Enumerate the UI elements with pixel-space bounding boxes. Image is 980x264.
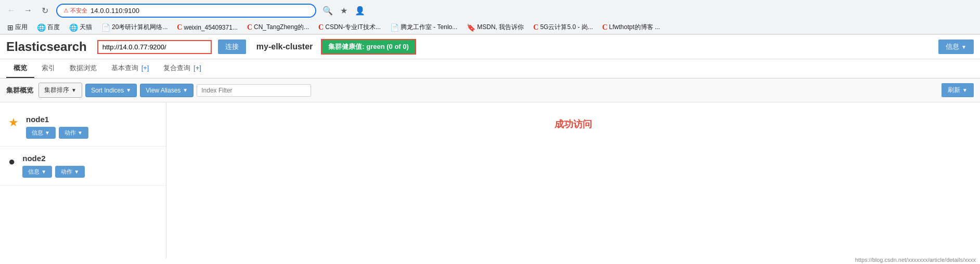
bookmark-5g[interactable]: C 5G云计算5.0 - 岗... (530, 22, 596, 33)
nav-buttons: ← → ↻ (4, 3, 52, 18)
bookmark-20kaoyan[interactable]: 📄 20考研计算机网络... (98, 22, 171, 33)
back-button[interactable]: ← (4, 3, 19, 18)
browser-chrome: ← → ↻ ⚠ 不安全 🔍 ★ 👤 ⊞ 应用 🌐 百度 🌐 天猫 📄 20考 (0, 0, 980, 35)
app-title: Elasticsearch (6, 39, 87, 54)
bookmark-tangzheng-label: CN_TangZheng的... (254, 23, 309, 32)
status-url: https://blog.csdn.net/xxxxxxx/article/de… (855, 257, 976, 258)
tab-compound-query-label: 复合查询 (163, 64, 190, 72)
tab-overview-label: 概览 (14, 64, 27, 72)
node1-info-button[interactable]: 信息 ▼ (26, 127, 56, 139)
connect-button[interactable]: 连接 (218, 39, 246, 54)
section-label: 集群概览 (6, 86, 33, 95)
cluster-sort-button[interactable]: 集群排序 ▼ (38, 83, 82, 98)
lfwthotpt-icon: C (602, 23, 608, 32)
bookmark-baidu-label: 百度 (47, 23, 60, 32)
bookmark-tenglong[interactable]: 📄 腾龙工作室 - Tenlo... (387, 22, 460, 33)
5g-icon: C (533, 23, 538, 32)
account-icon[interactable]: 👤 (353, 4, 367, 18)
tab-index[interactable]: 索引 (34, 59, 62, 78)
node2-info: node2 信息 ▼ 动作 ▼ (22, 154, 158, 178)
bookmark-tangzheng[interactable]: C CN_TangZheng的... (244, 22, 312, 33)
node1-star-icon: ★ (8, 116, 19, 129)
bookmark-lfwthotpt-label: Lfwthotpt的博客 ... (609, 23, 660, 32)
refresh-button[interactable]: 刷新 ▼ (942, 83, 974, 97)
tab-basic-query[interactable]: 基本查询 [+] (104, 59, 156, 78)
node2-action-button[interactable]: 动作 ▼ (55, 166, 85, 178)
search-icon[interactable]: 🔍 (320, 4, 335, 18)
msdn-icon: 🔖 (467, 23, 475, 32)
info-chevron-icon: ▼ (961, 44, 966, 50)
view-aliases-label: View Aliases (146, 87, 180, 94)
tab-compound-query[interactable]: 复合查询 [+] (156, 59, 208, 78)
node2-action-chevron-icon: ▼ (74, 169, 79, 175)
bookmark-20kaoyan-label: 20考研计算机网络... (112, 23, 167, 32)
address-input[interactable] (91, 7, 309, 15)
node1-info: node1 信息 ▼ 动作 ▼ (26, 115, 158, 139)
bookmark-csdn[interactable]: C CSDN-专业IT技术... (315, 22, 384, 33)
view-aliases-button[interactable]: View Aliases ▼ (140, 84, 194, 97)
reload-button[interactable]: ↻ (37, 3, 52, 18)
node1-info-chevron-icon: ▼ (45, 130, 50, 136)
forward-button[interactable]: → (21, 3, 35, 18)
info-button[interactable]: 信息 ▼ (938, 39, 974, 54)
info-button-label: 信息 (946, 42, 959, 51)
bookmark-tianmao[interactable]: 🌐 天猫 (66, 22, 95, 33)
bookmark-msdn[interactable]: 🔖 MSDN, 我告诉你 (463, 22, 527, 33)
node1-info-label: 信息 (32, 129, 43, 137)
cluster-sort-chevron-icon: ▼ (71, 87, 76, 93)
weixin-icon: C (177, 23, 182, 32)
health-badge: 集群健康值: green (0 of 0) (321, 39, 416, 55)
tianmao-icon: 🌐 (69, 23, 78, 32)
node-item-node2: ● node2 信息 ▼ 动作 ▼ (0, 147, 166, 186)
bookmark-5g-label: 5G云计算5.0 - 岗... (540, 23, 592, 32)
tenglong-icon: 📄 (390, 23, 399, 32)
node2-name: node2 (22, 154, 158, 163)
address-bar[interactable]: ⚠ 不安全 (56, 4, 316, 18)
20kaoyan-icon: 📄 (101, 23, 110, 32)
node1-name: node1 (26, 115, 158, 124)
node1-action-label: 动作 (65, 129, 76, 137)
node1-actions: 信息 ▼ 动作 ▼ (26, 127, 158, 139)
sort-indices-label: Sort Indices (91, 87, 124, 94)
view-aliases-chevron-icon: ▼ (183, 87, 188, 93)
bookmark-apps[interactable]: ⊞ 应用 (4, 22, 31, 33)
tab-index-label: 索引 (42, 64, 55, 72)
node1-action-button[interactable]: 动作 ▼ (59, 127, 88, 139)
refresh-chevron-icon: ▼ (962, 87, 968, 93)
cluster-sort-label: 集群排序 (44, 86, 69, 95)
tab-data-browser[interactable]: 数据浏览 (62, 59, 104, 78)
refresh-label: 刷新 (948, 86, 960, 95)
node-item-node1: ★ node1 信息 ▼ 动作 ▼ (0, 108, 166, 147)
cluster-name: my-elk-cluster (256, 42, 313, 51)
bookmark-tianmao-label: 天猫 (80, 23, 92, 32)
index-filter-input[interactable] (197, 84, 311, 97)
tab-basic-query-plus[interactable]: [+] (141, 64, 149, 72)
bookmark-apps-label: 应用 (15, 23, 28, 32)
security-warning: ⚠ 不安全 (63, 7, 87, 15)
content-area: ★ node1 信息 ▼ 动作 ▼ (0, 102, 980, 258)
bookmark-tenglong-label: 腾龙工作室 - Tenlo... (401, 23, 457, 32)
baidu-icon: 🌐 (37, 23, 46, 32)
bookmark-lfwthotpt[interactable]: C Lfwthotpt的博客 ... (599, 22, 663, 33)
node2-actions: 信息 ▼ 动作 ▼ (22, 166, 158, 178)
tab-basic-query-label: 基本查询 (111, 64, 138, 72)
bookmark-csdn-label: CSDN-专业IT技术... (325, 23, 381, 32)
connection-url-input[interactable] (97, 40, 212, 54)
app-container: Elasticsearch 连接 my-elk-cluster 集群健康值: g… (0, 35, 980, 258)
node2-circle-icon: ● (8, 155, 15, 168)
bookmark-msdn-label: MSDN, 我告诉你 (477, 23, 524, 32)
node2-info-button[interactable]: 信息 ▼ (22, 166, 52, 178)
tab-compound-query-plus[interactable]: [+] (194, 64, 201, 72)
sort-indices-button[interactable]: Sort Indices ▼ (85, 84, 137, 97)
bookmark-icon[interactable]: ★ (338, 4, 350, 18)
toolbar: 集群概览 集群排序 ▼ Sort Indices ▼ View Aliases … (0, 78, 980, 102)
success-message: 成功访问 (555, 118, 592, 130)
sort-indices-chevron-icon: ▼ (126, 87, 131, 93)
csdn-icon: C (318, 23, 324, 32)
nav-tabs: 概览 索引 数据浏览 基本查询 [+] 复合查询 [+] (0, 59, 980, 78)
tab-overview[interactable]: 概览 (6, 59, 34, 78)
tab-data-browser-label: 数据浏览 (70, 64, 97, 72)
bookmark-weixin[interactable]: C weixin_45409371... (174, 22, 241, 33)
tangzheng-icon: C (247, 23, 252, 32)
bookmark-baidu[interactable]: 🌐 百度 (34, 22, 63, 33)
